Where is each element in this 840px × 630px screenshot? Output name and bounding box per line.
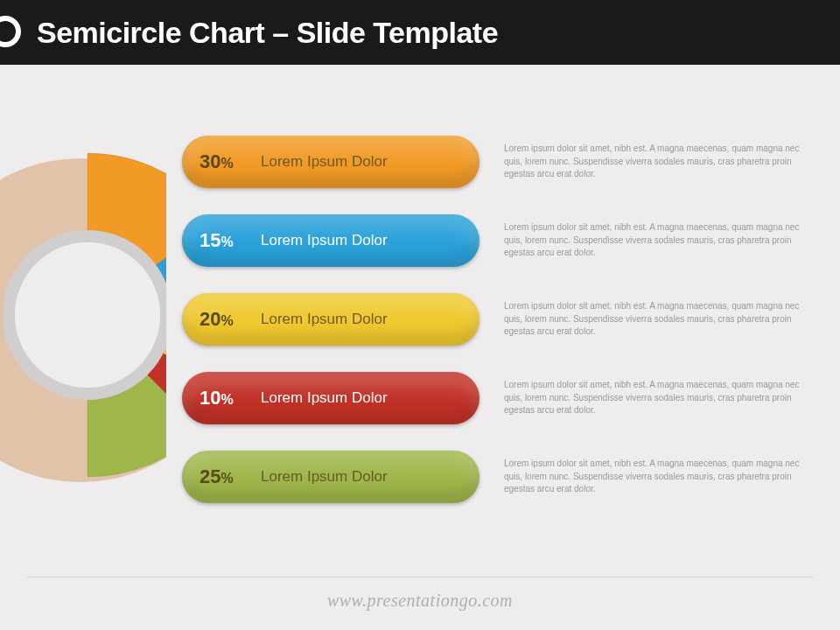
legend-pill: 20%Lorem Ipsum Dolor <box>182 293 480 346</box>
legend-pill: 15%Lorem Ipsum Dolor <box>182 214 480 267</box>
legend-label: Lorem Ipsum Dolor <box>261 232 388 249</box>
legend-percent: 15% <box>200 229 261 252</box>
legend-percent: 20% <box>200 308 261 331</box>
legend-row: 10%Lorem Ipsum DolorLorem ipsum dolor si… <box>182 372 821 424</box>
header-bar: Semicircle Chart – Slide Template <box>0 0 840 65</box>
divider <box>26 577 814 578</box>
semicircle-donut-chart <box>0 140 166 490</box>
legend-description: Lorem ipsum dolor sit amet, nibh est. A … <box>504 221 810 260</box>
legend-description: Lorem ipsum dolor sit amet, nibh est. A … <box>504 300 810 339</box>
legend-percent: 10% <box>200 387 261 410</box>
donut-chart-svg <box>0 140 166 490</box>
footer-link[interactable]: www.presentationgo.com <box>0 591 840 611</box>
legend-percent: 25% <box>200 466 261 488</box>
legend-pill: 30%Lorem Ipsum Dolor <box>182 136 480 188</box>
legend-pill: 10%Lorem Ipsum Dolor <box>182 372 480 424</box>
legend-label: Lorem Ipsum Dolor <box>261 311 388 328</box>
legend-label: Lorem Ipsum Dolor <box>261 468 388 486</box>
legend-row: 30%Lorem Ipsum DolorLorem ipsum dolor si… <box>182 136 821 188</box>
page-title: Semicircle Chart – Slide Template <box>37 16 498 50</box>
legend-description: Lorem ipsum dolor sit amet, nibh est. A … <box>504 458 810 496</box>
legend-row: 15%Lorem Ipsum DolorLorem ipsum dolor si… <box>182 214 821 267</box>
legend-rows: 30%Lorem Ipsum DolorLorem ipsum dolor si… <box>182 136 821 529</box>
svg-point-2 <box>15 242 160 388</box>
header-bullet-icon <box>0 16 21 47</box>
legend-description: Lorem ipsum dolor sit amet, nibh est. A … <box>504 143 810 181</box>
legend-pill: 25%Lorem Ipsum Dolor <box>182 451 480 503</box>
legend-row: 25%Lorem Ipsum DolorLorem ipsum dolor si… <box>182 451 821 503</box>
legend-label: Lorem Ipsum Dolor <box>261 389 388 407</box>
legend-percent: 30% <box>200 150 261 173</box>
legend-description: Lorem ipsum dolor sit amet, nibh est. A … <box>504 379 810 417</box>
legend-row: 20%Lorem Ipsum DolorLorem ipsum dolor si… <box>182 293 821 346</box>
legend-label: Lorem Ipsum Dolor <box>261 153 388 171</box>
